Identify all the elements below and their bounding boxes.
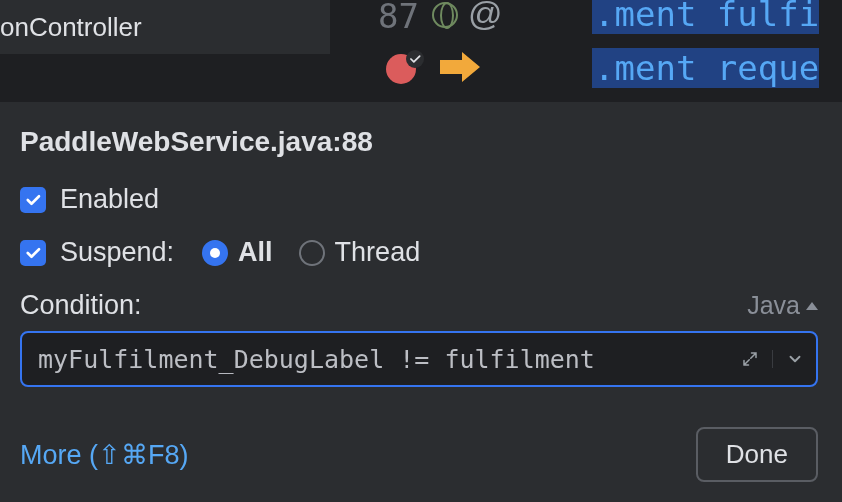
line-number: 87 [378,0,419,36]
suspend-radio-group: All Thread [202,237,420,268]
triangle-up-icon [806,302,818,310]
suspend-row: Suspend: All Thread [20,237,818,268]
file-tab-label: onController [0,12,142,43]
dialog-title: PaddleWebService.java:88 [20,126,818,158]
chevron-down-icon[interactable] [772,350,816,368]
language-selector[interactable]: Java [747,291,818,320]
condition-header: Condition: Java [20,290,818,321]
condition-label: Condition: [20,290,142,321]
suspend-checkbox[interactable] [20,240,46,266]
editor-top-area: onController 87 @ .ment fulfi .ment requ… [0,0,842,102]
condition-input-wrap [20,331,818,387]
code-fragment-1: .ment fulfi [592,0,819,34]
arrow-right-icon [438,48,482,90]
at-icon: @ [468,0,503,33]
language-label: Java [747,291,800,320]
file-tab[interactable]: onController [0,0,330,54]
breakpoint-gutter-row [386,48,482,90]
enabled-row: Enabled [20,184,818,215]
done-button[interactable]: Done [696,427,818,482]
globe-icon[interactable] [432,2,458,28]
breakpoint-dialog: PaddleWebService.java:88 Enabled Suspend… [0,102,842,502]
code-fragment-2: .ment reque [592,48,819,88]
suspend-label: Suspend: [60,237,174,268]
suspend-radio-thread[interactable]: Thread [299,237,421,268]
editor-strip: 87 @ .ment fulfi .ment reque [330,0,842,102]
dialog-footer: More (⇧⌘F8) Done [20,427,818,482]
enabled-checkbox[interactable] [20,187,46,213]
more-link[interactable]: More (⇧⌘F8) [20,439,189,471]
suspend-thread-label: Thread [335,237,421,268]
enabled-label: Enabled [60,184,159,215]
suspend-all-label: All [238,237,273,268]
expand-icon[interactable] [728,350,772,368]
suspend-radio-all[interactable]: All [202,237,273,268]
check-icon [406,50,424,68]
gutter-bg [0,54,330,102]
breakpoint-icon[interactable] [386,52,420,86]
condition-input[interactable] [22,333,728,385]
